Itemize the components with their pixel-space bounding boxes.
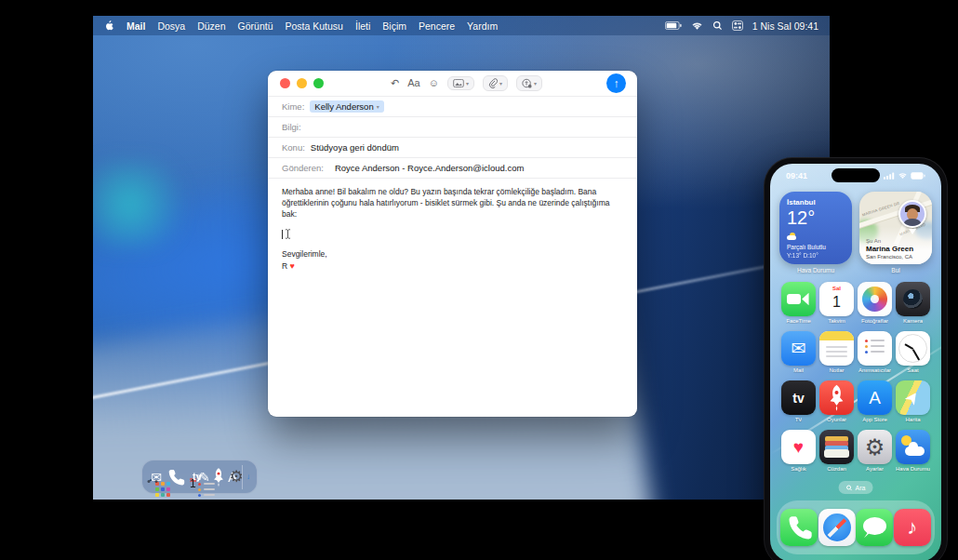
cellular-signal-icon bbox=[884, 172, 895, 180]
iphone-device: 09:41 İstanbul 12° Parçalı Bulutlu Y:13°… bbox=[765, 158, 947, 560]
closing-line: Sevgilerimle, bbox=[282, 249, 623, 260]
paperclip-icon bbox=[488, 78, 498, 88]
apple-menu-icon[interactable] bbox=[104, 20, 114, 32]
findmy-widget-label: Bul bbox=[859, 267, 932, 273]
weather-widget-label: Hava Durumu bbox=[779, 267, 852, 273]
findmy-widget[interactable]: MARINA GREEN DR MARINA BLVD Şu An Marina… bbox=[859, 192, 932, 264]
menu-item-pencere[interactable]: Pencere bbox=[419, 20, 455, 32]
close-button[interactable] bbox=[280, 78, 290, 88]
undo-icon[interactable]: ↶ bbox=[391, 78, 399, 88]
weather-high-low: Y:13° D:10° bbox=[787, 252, 818, 259]
format-text-button[interactable]: Aa bbox=[407, 78, 419, 88]
screenshot-stage: Mail Dosya Düzen Görüntü Posta Kutusu İl… bbox=[0, 0, 958, 560]
app-appstore[interactable]: A App Store bbox=[856, 380, 894, 422]
app-notlar[interactable]: Notlar bbox=[818, 331, 856, 373]
iphone-dock-muzik[interactable]: ♪ bbox=[894, 509, 931, 546]
tv-glyph: tv bbox=[781, 380, 816, 415]
iphone-clock: 09:41 bbox=[786, 171, 807, 180]
share-circle-icon bbox=[522, 78, 532, 88]
wifi-icon[interactable] bbox=[691, 21, 703, 31]
send-button[interactable]: ↑ bbox=[606, 73, 626, 93]
recipient-name: Kelly Anderson bbox=[314, 101, 373, 112]
app-cuzdan[interactable]: Cüzdan bbox=[818, 430, 856, 472]
search-label: Ara bbox=[856, 485, 866, 491]
running-indicator bbox=[155, 480, 158, 483]
app-facetime[interactable]: FaceTime bbox=[779, 282, 818, 324]
battery-icon bbox=[911, 172, 925, 180]
search-icon[interactable] bbox=[712, 20, 723, 31]
findmy-status: Şu An bbox=[866, 238, 881, 244]
battery-icon[interactable] bbox=[665, 21, 682, 30]
to-field[interactable]: Kime: Kelly Anderson ▾ bbox=[268, 97, 637, 117]
iphone-dock-safari[interactable] bbox=[818, 509, 856, 546]
attach-file-button[interactable]: ▾ bbox=[483, 75, 508, 91]
app-takvim[interactable]: Sal1 Takvim bbox=[818, 282, 856, 324]
zoom-button[interactable] bbox=[313, 78, 324, 88]
menubar-clock[interactable]: 1 Nis Sal 09:41 bbox=[752, 20, 818, 32]
menu-item-yardim[interactable]: Yardım bbox=[467, 20, 498, 32]
spotlight-search-pill[interactable]: Ara bbox=[839, 481, 873, 494]
from-value: Royce Anderson - Royce.Anderson@icloud.c… bbox=[335, 163, 524, 173]
menu-item-mail[interactable]: Mail bbox=[126, 20, 145, 32]
photo-icon bbox=[453, 79, 464, 87]
weather-widget[interactable]: İstanbul 12° Parçalı Bulutlu Y:13° D:10° bbox=[779, 192, 852, 264]
menu-item-ileti[interactable]: İleti bbox=[355, 20, 370, 32]
menu-item-duzen[interactable]: Düzen bbox=[197, 20, 225, 32]
insert-share-button[interactable]: ▾ bbox=[516, 75, 542, 91]
wifi-icon bbox=[898, 172, 908, 180]
app-oyunlar[interactable]: Oyunlar bbox=[818, 380, 856, 422]
compose-toolbar: ↶ Aa ☺ ▾ ▾ ▾ bbox=[268, 71, 637, 96]
app-mail[interactable]: ✉ Mail bbox=[779, 331, 818, 373]
dock-games[interactable] bbox=[206, 465, 231, 489]
dock-phone[interactable] bbox=[164, 465, 188, 489]
app-hava-durumu[interactable]: Hava Durumu bbox=[894, 430, 932, 472]
app-animsaticilar[interactable]: Anımsatıcılar bbox=[856, 331, 894, 373]
recipient-token[interactable]: Kelly Anderson ▾ bbox=[310, 100, 383, 113]
menu-item-posta-kutusu[interactable]: Posta Kutusu bbox=[286, 20, 343, 32]
heart-icon: ♥ bbox=[781, 430, 816, 464]
menu-item-bicim[interactable]: Biçim bbox=[382, 20, 406, 32]
app-kamera[interactable]: Kamera bbox=[894, 282, 932, 324]
iphone-dock-telefon[interactable] bbox=[780, 509, 818, 546]
chevron-down-icon: ▾ bbox=[377, 104, 379, 110]
chevron-down-icon: ▾ bbox=[466, 81, 469, 87]
control-center-icon[interactable] bbox=[732, 20, 743, 31]
chevron-down-icon: ▾ bbox=[499, 81, 502, 87]
chevron-down-icon: ▾ bbox=[534, 81, 537, 87]
heart-icon: ♥ bbox=[290, 261, 295, 271]
running-indicator bbox=[148, 480, 151, 483]
home-screen-app-grid: FaceTime Sal1 Takvim Fotoğraflar Kamera … bbox=[779, 282, 932, 472]
gear-icon: ⚙ bbox=[858, 430, 892, 464]
dock: ✉ Sal1 tv ♪ ✎ A ⚙ bbox=[141, 460, 258, 494]
partly-cloudy-icon bbox=[787, 233, 798, 240]
findmy-place: San Francisco, CA bbox=[866, 254, 912, 260]
menu-item-dosya[interactable]: Dosya bbox=[157, 20, 185, 32]
app-tv[interactable]: tv TV bbox=[779, 380, 818, 422]
message-body[interactable]: Merhaba anne! Bil bakalım ne oldu? Bu ya… bbox=[268, 179, 637, 280]
from-field[interactable]: Gönderen: Royce Anderson - Royce.Anderso… bbox=[268, 158, 637, 179]
from-label: Gönderen: bbox=[282, 163, 324, 173]
emoji-button[interactable]: ☺ bbox=[429, 78, 439, 88]
minimize-button[interactable] bbox=[297, 78, 307, 88]
app-harita[interactable]: Harita bbox=[894, 380, 932, 422]
iphone-dock-mesajlar[interactable] bbox=[856, 509, 893, 546]
to-label: Kime: bbox=[282, 101, 304, 112]
app-fotograflar[interactable]: Fotoğraflar bbox=[856, 282, 894, 324]
app-saglik[interactable]: ♥ Sağlık bbox=[779, 430, 818, 472]
phone-handset-icon bbox=[780, 509, 818, 546]
weather-condition: Parçalı Bulutlu bbox=[787, 244, 826, 250]
subject-label: Konu: bbox=[282, 142, 305, 153]
photo-browser-button[interactable]: ▾ bbox=[447, 76, 474, 90]
app-ayarlar[interactable]: ⚙ Ayarlar bbox=[856, 430, 894, 472]
subject-field[interactable]: Konu: Stüdyoya geri döndüm bbox=[268, 138, 637, 158]
weather-city: İstanbul bbox=[787, 198, 845, 207]
cc-field[interactable]: Bilgi: bbox=[268, 117, 637, 138]
app-saat[interactable]: Saat bbox=[894, 331, 932, 373]
compose-header-fields: Kime: Kelly Anderson ▾ Bilgi: Konu: Stüd… bbox=[268, 96, 637, 179]
envelope-icon: ✉ bbox=[781, 331, 816, 366]
memoji-avatar bbox=[898, 200, 926, 228]
wallpaper-teal-glow bbox=[93, 161, 196, 248]
subject-value: Stüdyoya geri döndüm bbox=[311, 142, 399, 153]
menu-item-goruntu[interactable]: Görüntü bbox=[238, 20, 273, 32]
body-paragraph: Merhaba anne! Bil bakalım ne oldu? Bu ya… bbox=[282, 187, 623, 220]
